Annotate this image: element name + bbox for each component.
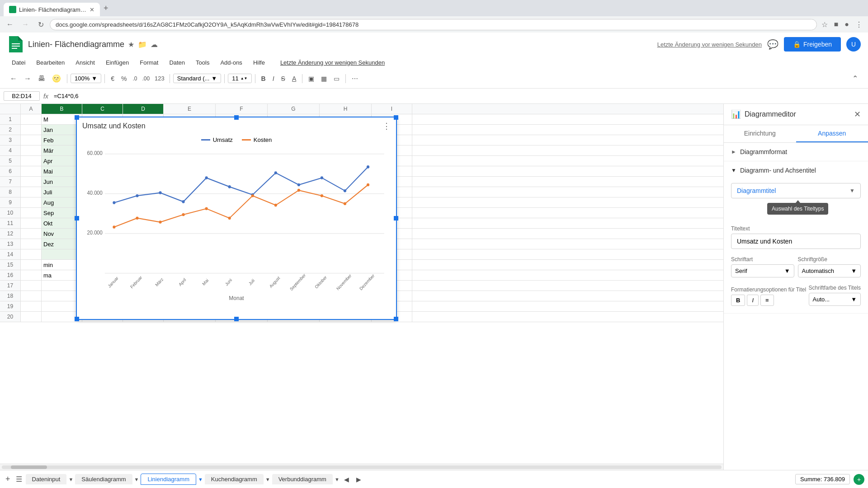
title-text-input[interactable]	[731, 234, 861, 249]
share-button[interactable]: 🔒 Freigeben	[784, 37, 841, 52]
col-header-i[interactable]: I	[372, 104, 412, 114]
sheet-tab-dateninput-arrow[interactable]: ▼	[68, 477, 73, 482]
cell[interactable]	[21, 187, 42, 197]
doc-title[interactable]: Linien- Flächendiagramme	[28, 40, 124, 49]
menu-addons[interactable]: Add-ons	[216, 57, 246, 68]
cell[interactable]	[21, 208, 42, 218]
sheet-tab-kuchen[interactable]: Kuchendiagramm	[205, 474, 264, 484]
sheet-tab-dateninput[interactable]: Dateninput	[26, 474, 67, 484]
last-change-link[interactable]: Letzte Änderung vor wenigen Sekunden	[280, 59, 385, 66]
bookmark-button[interactable]: ☆	[820, 19, 830, 31]
zoom-control[interactable]: 100% ▼	[71, 74, 101, 83]
cell[interactable]	[21, 301, 42, 311]
cell[interactable]	[21, 249, 42, 259]
star-icon[interactable]: ★	[128, 40, 134, 49]
title-type-dropdown[interactable]: Diagrammtitel ▼	[731, 183, 861, 198]
extensions-button[interactable]: ■	[832, 19, 840, 30]
sheet-tab-saeulen[interactable]: Säulendiagramm	[75, 474, 132, 484]
add-sheet-button[interactable]: +	[4, 473, 12, 486]
cell[interactable]	[21, 177, 42, 187]
cell[interactable]	[21, 229, 42, 239]
borders-button[interactable]: ▦	[318, 73, 330, 84]
menu-datei[interactable]: Datei	[7, 57, 30, 68]
sheet-nav-next[interactable]: ▶	[354, 475, 364, 484]
paint-format-button[interactable]: 🌝	[49, 72, 64, 84]
italic-button[interactable]: I	[270, 73, 277, 84]
font-family-dropdown[interactable]: Serif ▼	[731, 264, 794, 277]
more-button[interactable]: ⋯	[349, 73, 361, 84]
col-header-h[interactable]: H	[320, 104, 372, 114]
menu-ansicht[interactable]: Ansicht	[71, 57, 99, 68]
cell-ref-input[interactable]	[4, 91, 40, 101]
folder-icon[interactable]: 📁	[138, 40, 147, 49]
back-button[interactable]: ←	[4, 18, 16, 31]
col-header-e[interactable]: E	[164, 104, 216, 114]
number-format-button[interactable]: 123	[153, 73, 166, 84]
decimal-inc-button[interactable]: .00	[140, 74, 151, 84]
diagrammformat-header[interactable]: ► Diagrammformat	[724, 143, 868, 161]
collapse-toolbar-button[interactable]: ⌃	[849, 72, 861, 84]
cell[interactable]	[21, 281, 42, 291]
sheet-nav-prev[interactable]: ◀	[341, 475, 352, 484]
text-color-button[interactable]: A	[289, 73, 299, 84]
col-header-a[interactable]: A	[21, 104, 42, 114]
cell[interactable]	[21, 312, 42, 322]
new-tab-button[interactable]: +	[100, 4, 112, 13]
percent-button[interactable]: %	[118, 73, 129, 84]
cell[interactable]	[21, 114, 42, 124]
cell[interactable]	[21, 125, 42, 135]
tab-einrichtung[interactable]: Einrichtung	[724, 125, 796, 142]
font-size-panel-dropdown[interactable]: Automatisch ▼	[798, 264, 861, 277]
resize-tl[interactable]	[75, 115, 79, 120]
cell[interactable]	[21, 270, 42, 280]
col-header-b[interactable]: B	[42, 104, 82, 114]
sheet-tab-kuchen-arrow[interactable]: ▼	[265, 477, 270, 482]
sheet-tab-verbund[interactable]: Verbunddiagramm	[272, 474, 333, 484]
url-input[interactable]	[50, 19, 817, 30]
cell[interactable]	[21, 135, 42, 145]
strikethrough-button[interactable]: S	[278, 73, 288, 84]
chart-menu-button[interactable]: ⋮	[382, 121, 391, 131]
merge-button[interactable]: ▭	[331, 73, 342, 84]
resize-bc[interactable]	[234, 317, 239, 321]
sheet-tab-linien[interactable]: Liniendiagramm	[141, 474, 196, 485]
cell[interactable]	[21, 218, 42, 228]
achsentitel-header[interactable]: ▼ Diagramm- und Achsentitel	[724, 161, 868, 179]
cell[interactable]	[21, 156, 42, 166]
zoom-out-button[interactable]: +	[854, 474, 864, 485]
scrollbar-thumb[interactable]	[11, 465, 47, 469]
tab-close-icon[interactable]: ✕	[90, 6, 94, 13]
cloud-icon[interactable]: ☁	[151, 40, 158, 49]
bold-button[interactable]: B	[259, 73, 269, 84]
format-type-dropdown[interactable]: Standard (... ▼	[173, 74, 221, 83]
menu-format[interactable]: Format	[135, 57, 163, 68]
panel-close-button[interactable]: ✕	[854, 109, 861, 119]
profile-button[interactable]: ●	[843, 19, 851, 30]
print-button[interactable]: 🖶	[35, 73, 48, 84]
fill-color-button[interactable]: ▣	[306, 73, 317, 84]
format-italic-button[interactable]: I	[747, 295, 759, 306]
col-header-c[interactable]: C	[82, 104, 123, 114]
cell[interactable]	[21, 239, 42, 249]
menu-button[interactable]: ⋮	[854, 19, 864, 31]
col-header-f[interactable]: F	[216, 104, 268, 114]
avatar[interactable]: U	[846, 37, 861, 52]
tab-anpassen[interactable]: Anpassen	[796, 125, 868, 142]
scrollbar-track[interactable]	[2, 465, 722, 469]
cell[interactable]	[21, 291, 42, 301]
redo-button[interactable]: →	[21, 73, 34, 84]
sheet-tab-verbund-arrow[interactable]: ▼	[335, 477, 340, 482]
cell[interactable]	[21, 260, 42, 270]
format-bold-button[interactable]: B	[731, 295, 745, 306]
sheet-tab-saeulen-arrow[interactable]: ▼	[134, 477, 139, 482]
cell[interactable]	[21, 166, 42, 176]
font-color-dropdown[interactable]: Auto... ▼	[809, 293, 861, 306]
resize-br[interactable]	[394, 317, 398, 321]
menu-bearbeiten[interactable]: Bearbeiten	[32, 57, 69, 68]
cell[interactable]	[21, 145, 42, 155]
sheet-tab-linien-arrow[interactable]: ▼	[198, 477, 203, 482]
sheet-list-button[interactable]: ☰	[14, 473, 24, 485]
browser-tab[interactable]: Linien- Flächendiagramme - Goo... ✕	[4, 3, 100, 16]
formula-input[interactable]	[52, 92, 864, 100]
forward-button[interactable]: →	[19, 18, 32, 31]
